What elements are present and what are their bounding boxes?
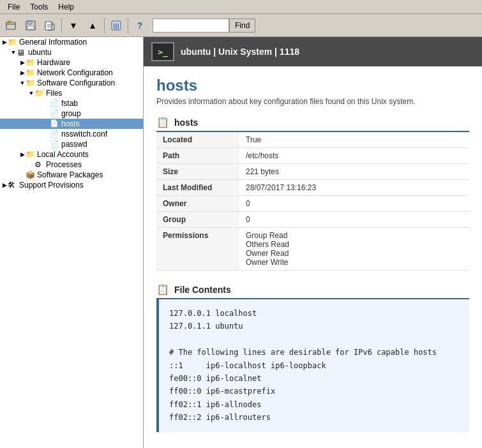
file-icon-passwd: 📄 [50,140,60,149]
refresh-button[interactable]: ⊞ [107,17,125,34]
menu-help[interactable]: Help [53,1,79,13]
save-button[interactable] [22,17,40,34]
sidebar-item-files[interactable]: ▼ 📁 Files [0,88,143,98]
toggle-network-config[interactable]: ▶ [19,70,26,76]
toggle-software-config[interactable]: ▼ [19,80,26,86]
prop-value: 28/07/2017 13:16:23 [239,180,469,196]
sidebar-item-group[interactable]: ▶ 📄 group [0,108,143,119]
export-button[interactable] [41,17,59,34]
sidebar-item-ubuntu[interactable]: ▼ 🖥 ubuntu [0,47,143,57]
sidebar-item-nsswitch[interactable]: ▶ 📄 nsswitch.conf [0,129,143,139]
menu-bar: File Tools Help [0,0,482,14]
toggle-ubuntu[interactable]: ▼ [10,49,17,56]
search-input[interactable] [153,19,229,33]
sidebar-label-software-config: Software Configuration [37,78,115,87]
sidebar-item-support-provisions[interactable]: ▶ 🛠 Support Provisions [0,180,143,190]
sidebar-label-nsswitch: nsswitch.conf [61,130,107,138]
content-header: >_ ubuntu | Unix System | 1118 [144,37,482,66]
toolbar-separator-3 [128,18,128,33]
help-button[interactable]: ? [131,17,149,34]
sidebar-label-local-accounts: Local Accounts [37,150,89,159]
sidebar-item-hosts[interactable]: ▶ 📄 hosts [0,119,143,129]
sidebar-label-ubuntu: ubuntu [28,48,52,57]
file-contents-header: 📋 File Contents [156,283,469,299]
table-row: PermissionsGroup ReadOthers ReadOwner Re… [156,228,469,271]
sidebar-item-hardware[interactable]: ▶ 📁 Hardware [0,57,143,68]
sidebar-label-fstab: fstab [61,99,78,108]
prop-key: Size [156,164,239,180]
file-contents-title: File Contents [174,285,231,295]
sidebar-label-support-provisions: Support Provisions [19,181,84,190]
prop-key: Owner [156,196,239,212]
sidebar-item-general-info[interactable]: ▶ 📁 General Information [0,37,143,47]
file-icon-fstab: 📄 [50,99,60,108]
content-area: >_ ubuntu | Unix System | 1118 hosts Pro… [144,37,482,448]
sidebar-item-software-config[interactable]: ▼ 📁 Software Configuration [0,78,143,88]
header-title: ubuntu | Unix System | 1118 [181,47,299,57]
search-box: Find [153,19,255,33]
file-icon-nsswitch: 📄 [50,130,60,138]
hosts-section-header: 📋 hosts [156,116,469,132]
file-contents-icon: 📋 [156,283,169,295]
page-description: Provides information about key configura… [156,97,469,106]
svg-rect-0 [6,22,15,29]
prop-value: Group ReadOthers ReadOwner ReadOwner Wri… [239,228,469,271]
sidebar-item-network-config[interactable]: ▶ 📁 Network Configuration [0,68,143,78]
toggle-hosts: ▶ [43,121,50,127]
toggle-sw-packages: ▶ [19,172,26,178]
toggle-hardware[interactable]: ▶ [19,59,26,66]
processes-icon: ⚙ [34,160,45,169]
folder-icon-sw-config: 📁 [26,78,36,87]
svg-rect-1 [8,21,11,23]
sidebar-label-processes: Processes [46,160,82,169]
menu-file[interactable]: File [3,1,25,13]
document-icon: 📋 [156,116,169,128]
sidebar-item-fstab[interactable]: ▶ 📄 fstab [0,98,143,108]
content-body: hosts Provides information about key con… [144,66,482,448]
file-contents-section: 📋 File Contents 127.0.0.1 localhost 127.… [156,283,469,432]
prop-key: Permissions [156,228,239,271]
sidebar-item-passwd[interactable]: ▶ 📄 passwd [0,139,143,149]
hosts-section: 📋 hosts LocatedTruePath/etc/hostsSize221… [156,116,469,271]
table-row: LocatedTrue [156,132,469,148]
sidebar-item-processes[interactable]: ▶ ⚙ Processes [0,160,143,170]
table-row: Owner0 [156,196,469,212]
prop-value: /etc/hosts [239,148,469,164]
open-button[interactable] [3,17,20,34]
folder-icon-hardware: 📁 [26,58,36,67]
toggle-support-provisions[interactable]: ▶ [1,182,8,188]
toggle-local-accounts[interactable]: ▶ [19,151,26,158]
svg-rect-3 [28,21,32,24]
folder-icon-files: 📁 [34,89,45,98]
sidebar-label-passwd: passwd [61,140,87,149]
page-title: hosts [156,77,469,94]
prop-key: Group [156,212,239,228]
terminal-icon: >_ [151,42,174,61]
main-layout: ▶ 📁 General Information ▼ 🖥 ubuntu ▶ 📁 H… [0,37,482,448]
menu-tools[interactable]: Tools [25,1,53,13]
file-icon-group: 📄 [50,109,60,118]
table-row: Size221 bytes [156,164,469,180]
sidebar-item-local-accounts[interactable]: ▶ 📁 Local Accounts [0,149,143,160]
table-row: Path/etc/hosts [156,148,469,164]
prop-value: 0 [239,212,469,228]
toggle-passwd: ▶ [43,141,50,147]
find-button[interactable]: Find [229,19,255,33]
toggle-files[interactable]: ▼ [28,90,34,96]
toggle-general-info[interactable]: ▶ [1,39,8,45]
sidebar-label-group: group [61,109,81,118]
toolbar-separator-1 [61,18,62,33]
hosts-section-title: hosts [174,117,198,128]
prop-value: 221 bytes [239,164,469,180]
sidebar-label-network-config: Network Configuration [37,68,113,77]
toggle-processes: ▶ [28,161,34,168]
svg-rect-4 [27,26,34,29]
collapse-button[interactable]: ▾ [64,17,82,34]
prop-value: True [239,132,469,148]
toggle-group: ▶ [43,110,50,117]
sidebar: ▶ 📁 General Information ▼ 🖥 ubuntu ▶ 📁 H… [0,37,144,448]
expand-button[interactable]: ▴ [84,17,102,34]
properties-table: LocatedTruePath/etc/hostsSize221 bytesLa… [156,132,469,271]
sidebar-item-software-packages[interactable]: ▶ 📦 Software Packages [0,170,143,180]
toggle-nsswitch: ▶ [43,131,50,137]
